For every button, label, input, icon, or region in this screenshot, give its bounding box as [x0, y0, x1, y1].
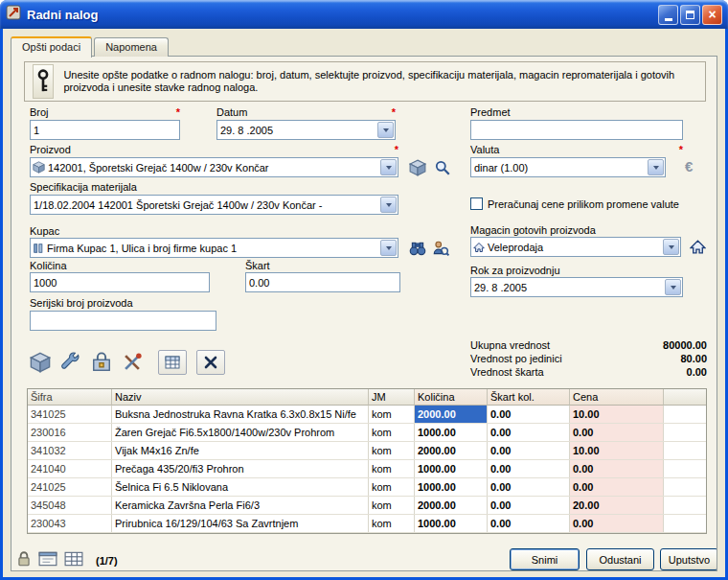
predmet-input[interactable] — [470, 120, 683, 140]
broj-input[interactable] — [30, 120, 180, 140]
chevron-down-icon[interactable] — [377, 122, 394, 138]
table-cell[interactable]: 0.00 — [488, 497, 570, 514]
table-cell[interactable]: 0.00 — [570, 478, 664, 496]
minimize-button[interactable] — [658, 5, 678, 25]
tab-opsti-podaci[interactable]: Opšti podaci — [11, 36, 92, 58]
table-cell[interactable]: kom — [369, 406, 415, 423]
column-header-cena[interactable]: Cena — [570, 389, 664, 406]
table-cell[interactable]: 0.00 — [488, 460, 570, 477]
chevron-down-icon[interactable] — [648, 159, 664, 175]
proizvod-package-button[interactable] — [407, 157, 428, 177]
grid-view-button[interactable] — [64, 551, 83, 570]
lock-button[interactable] — [16, 550, 32, 571]
table-row[interactable]: 341032Vijak M4x16 Zn/fekom2000.000.0010.… — [28, 442, 706, 460]
table-cell[interactable]: 1000.00 — [415, 424, 488, 441]
save-button[interactable]: Snimi — [510, 548, 580, 570]
column-header-kolicina[interactable]: Količina — [415, 389, 488, 406]
column-header-jm[interactable]: JM — [369, 389, 415, 406]
table-cell[interactable]: 2000.00 — [415, 406, 488, 423]
table-cell[interactable]: 241025 — [28, 478, 112, 496]
table-cell[interactable]: 345048 — [28, 497, 112, 514]
table-cell[interactable]: Keramicka Završna Perla Fi6/3 — [112, 497, 369, 514]
skart-input[interactable] — [245, 272, 400, 292]
toolbox-button[interactable] — [91, 353, 112, 373]
magacin-home-button[interactable] — [687, 237, 708, 257]
table-cell[interactable]: Prečaga 435/20/fi3 Prohron — [112, 460, 369, 477]
table-cell[interactable]: 341032 — [28, 442, 112, 459]
serijski-input[interactable] — [30, 311, 216, 331]
cancel-button[interactable]: Odustani — [586, 548, 654, 570]
chevron-down-icon[interactable] — [380, 240, 397, 256]
table-cell[interactable]: 10.00 — [570, 442, 664, 459]
table-cell[interactable]: 0.00 — [488, 424, 570, 441]
tab-napomena[interactable]: Napomena — [94, 37, 169, 57]
column-header-skart-kol[interactable]: Škart kol. — [488, 389, 570, 406]
table-cell[interactable]: kom — [369, 515, 415, 532]
table-cell[interactable]: Žaren Grejač Fi6.5x1800/1400w/230v Prohr… — [112, 424, 369, 441]
table-cell[interactable]: 0.00 — [570, 424, 664, 441]
table-cell[interactable]: 230043 — [28, 515, 112, 532]
kupac-combobox[interactable]: Firma Kupac 1, Ulica i broj firme kupac … — [30, 238, 398, 258]
proizvod-search-button[interactable] — [432, 157, 453, 177]
table-row[interactable]: 241040Prečaga 435/20/fi3 Prohronkom1000.… — [28, 460, 706, 478]
table-cell[interactable]: 0.00 — [570, 460, 664, 477]
table-cell[interactable]: kom — [369, 460, 415, 477]
table-cell[interactable]: 1000.00 — [415, 478, 488, 496]
datum-combobox[interactable]: 29. 8 .2005 — [216, 120, 396, 140]
titlebar[interactable]: Radni nalog × — [0, 0, 728, 29]
column-header-naziv[interactable]: Naziv — [112, 389, 369, 406]
table-cell[interactable]: Prirubnica 16/129/104/63 Sa Zavrtnjem — [112, 515, 369, 532]
table-cell[interactable]: Vijak M4x16 Zn/fe — [112, 442, 369, 459]
maximize-button[interactable] — [680, 5, 700, 25]
table-cell[interactable]: 2000.00 — [415, 497, 488, 514]
rok-combobox[interactable]: 29. 8 .2005 — [470, 277, 683, 297]
table-view-button[interactable] — [158, 350, 187, 375]
column-header-sifra[interactable]: Šifra — [28, 389, 112, 406]
table-row[interactable]: 345048Keramicka Završna Perla Fi6/3kom20… — [28, 497, 706, 515]
recalc-checkbox[interactable] — [470, 197, 483, 210]
close-icon: × — [708, 7, 716, 22]
table-row[interactable]: 341025Buksna Jednostruka Ravna Kratka 6.… — [28, 406, 706, 424]
table-cell[interactable]: 241040 — [28, 460, 112, 477]
magacin-combobox[interactable]: Veleprodaja — [470, 237, 681, 257]
chevron-down-icon[interactable] — [380, 197, 397, 213]
tools-button[interactable] — [122, 353, 143, 373]
kupac-search-button[interactable] — [430, 238, 451, 258]
chevron-down-icon[interactable] — [380, 159, 397, 175]
help-button[interactable]: Uputstvo — [660, 548, 717, 570]
proizvod-combobox[interactable]: 142001, Šporetski Grejač 1400w / 230v Ko… — [30, 157, 398, 177]
table-cell[interactable]: 0.00 — [488, 406, 570, 423]
card-view-button[interactable] — [38, 551, 57, 570]
chevron-down-icon[interactable] — [665, 279, 681, 295]
table-cell[interactable]: 10.00 — [570, 406, 664, 423]
table-cell[interactable]: kom — [369, 497, 415, 514]
table-cell[interactable]: 20.00 — [570, 497, 664, 514]
table-cell[interactable]: 1000.00 — [415, 460, 488, 477]
table-cell[interactable]: 0.00 — [488, 442, 570, 459]
table-cell[interactable]: Buksna Jednostruka Ravna Kratka 6.3x0.8x… — [112, 406, 369, 423]
kolicina-input[interactable] — [30, 272, 210, 292]
chevron-down-icon[interactable] — [663, 239, 679, 255]
table-cell[interactable]: kom — [369, 478, 415, 496]
table-cell[interactable]: Šelnica Fi 6.5 Niklovana — [112, 478, 369, 496]
table-row[interactable]: 230016Žaren Grejač Fi6.5x1800/1400w/230v… — [28, 424, 706, 442]
table-cell[interactable]: kom — [369, 424, 415, 441]
table-cell[interactable]: 0.00 — [570, 515, 664, 532]
table-cell[interactable]: kom — [369, 442, 415, 459]
package-button[interactable] — [30, 353, 51, 373]
close-button[interactable]: × — [702, 5, 722, 25]
table-row[interactable]: 241025Šelnica Fi 6.5 Niklovanakom1000.00… — [28, 478, 706, 497]
wrench-button[interactable] — [60, 353, 81, 373]
table-cell[interactable]: 230016 — [28, 424, 112, 441]
table-cell[interactable]: 1000.00 — [415, 515, 488, 532]
table-cell[interactable]: 0.00 — [488, 515, 570, 532]
delete-row-button[interactable] — [196, 350, 225, 375]
specifikacija-combobox[interactable]: 1/18.02.2004 142001 Šporetski Grejač 140… — [30, 195, 398, 215]
table-cell[interactable]: 341025 — [28, 406, 112, 423]
table-cell[interactable]: 2000.00 — [415, 442, 488, 459]
kupac-binoculars-button[interactable] — [407, 238, 428, 258]
valuta-combobox[interactable]: dinar (1.00) — [470, 157, 666, 177]
unit-value: 80.00 — [680, 352, 707, 365]
table-cell[interactable]: 0.00 — [488, 478, 570, 496]
table-row[interactable]: 230043Prirubnica 16/129/104/63 Sa Zavrtn… — [28, 515, 706, 533]
